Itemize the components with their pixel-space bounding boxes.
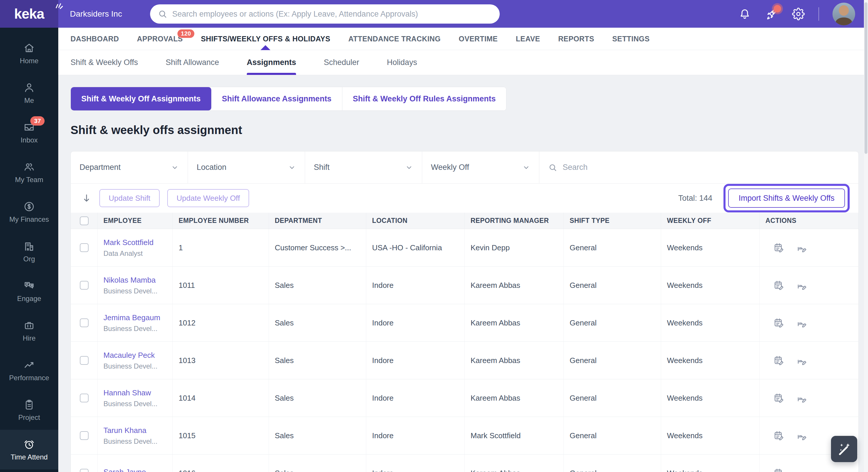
edit-weekly-off-icon[interactable]: [796, 279, 808, 291]
employee-role: Business Devel...: [103, 362, 157, 370]
employee-name-link[interactable]: Tarun Khana: [103, 426, 146, 435]
employee-name-link[interactable]: Nikolas Mamba: [103, 276, 156, 285]
global-search[interactable]: [150, 4, 500, 24]
sidebar-item-performance[interactable]: Performance: [0, 350, 58, 390]
row-checkbox[interactable]: [80, 469, 89, 472]
employee-name-link[interactable]: Macauley Peck: [103, 351, 155, 360]
whats-new-rocket-icon[interactable]: [765, 7, 778, 21]
import-shifts-button[interactable]: Import Shifts & Weekly Offs: [728, 189, 845, 208]
nav-tab-label: LEAVE: [516, 35, 540, 43]
row-checkbox[interactable]: [80, 356, 89, 365]
edit-shift-icon[interactable]: [773, 430, 785, 441]
edit-shift-icon[interactable]: [773, 354, 785, 366]
filter-dropdown-department[interactable]: Department: [71, 152, 188, 183]
cell-actions: [760, 342, 858, 379]
content: Shift & Weekly Off Assignments Shift All…: [58, 75, 868, 472]
row-checkbox[interactable]: [80, 318, 89, 327]
sub-tab-holidays[interactable]: Holidays: [387, 50, 417, 75]
cell-employee-number: 1013: [173, 342, 269, 379]
row-checkbox[interactable]: [80, 281, 89, 290]
select-all-checkbox[interactable]: [80, 217, 89, 225]
sub-tab-shift-weekly-offs[interactable]: Shift & Weekly Offs: [70, 50, 138, 75]
settings-gear-icon[interactable]: [792, 7, 805, 21]
cell-employee: Jemima Begaum Business Devel...: [98, 304, 173, 342]
nav-tab-shifts-weekly-offs-holidays[interactable]: SHIFTS/WEEKLY OFFS & HOLIDAYS: [201, 28, 330, 50]
edit-shift-icon[interactable]: [773, 392, 785, 404]
segment-shift-weekly-off-rules-assignments[interactable]: Shift & Weekly Off Rules Assignments: [342, 87, 506, 111]
topbar: keka Darksiders Inc: [0, 0, 868, 28]
edit-shift-icon[interactable]: [773, 242, 785, 253]
column-header: SHIFT TYPE: [564, 213, 661, 229]
cell-department: Customer Success >...: [269, 229, 366, 266]
sidebar-item-home[interactable]: Home: [0, 33, 58, 73]
sidebar-item-engage[interactable]: Engage: [0, 271, 58, 311]
sub-tab-assignments[interactable]: Assignments: [247, 50, 296, 75]
nav-tab-leave[interactable]: LEAVE: [516, 28, 540, 50]
table-search-input[interactable]: [563, 163, 850, 172]
sidebar-item-my-team[interactable]: My Team: [0, 152, 58, 192]
nav-tab-approvals[interactable]: APPROVALS 120: [137, 28, 183, 50]
filter-dropdown-weekly-off[interactable]: Weekly Off: [422, 152, 539, 183]
employee-role: Business Devel...: [103, 287, 157, 295]
company-name: Darksiders Inc: [70, 0, 122, 28]
update-weekly-off-button[interactable]: Update Weekly Off: [167, 189, 249, 207]
hire-icon: [23, 319, 35, 332]
edit-weekly-off-icon[interactable]: [796, 430, 808, 441]
nav-tab-overtime[interactable]: OVERTIME: [459, 28, 498, 50]
sidebar-item-org[interactable]: Org: [0, 232, 58, 271]
edit-shift-icon[interactable]: [773, 467, 785, 472]
edit-weekly-off-icon[interactable]: [796, 242, 808, 253]
nav-tab-settings[interactable]: SETTINGS: [612, 28, 649, 50]
filter-dropdown-shift[interactable]: Shift: [305, 152, 422, 183]
edit-shift-icon[interactable]: [773, 317, 785, 329]
cell-location: USA -HO - California: [366, 229, 465, 266]
sub-tab-scheduler[interactable]: Scheduler: [324, 50, 359, 75]
employee-role: Business Devel...: [103, 324, 157, 333]
cell-reporting-manager: Kareem Abbas: [465, 454, 564, 472]
segment-shift-allowance-assignments[interactable]: Shift Allowance Assignments: [212, 87, 342, 111]
cell-weekly-off: Weekends: [661, 454, 760, 472]
edit-weekly-off-icon[interactable]: [796, 467, 808, 472]
update-shift-button[interactable]: Update Shift: [99, 189, 160, 207]
nav-tab-attendance-tracking[interactable]: ATTENDANCE TRACKING: [348, 28, 441, 50]
row-checkbox[interactable]: [80, 431, 89, 440]
employee-name-link[interactable]: Jemima Begaum: [103, 313, 160, 322]
cell-location: Indore: [366, 342, 465, 379]
filter-dropdown-location[interactable]: Location: [188, 152, 305, 183]
sidebar-item-me[interactable]: Me: [0, 73, 58, 113]
filter-label: Location: [197, 163, 226, 172]
row-checkbox[interactable]: [80, 394, 89, 402]
sub-tab-shift-allowance[interactable]: Shift Allowance: [166, 50, 219, 75]
cell-location: Indore: [366, 304, 465, 342]
edit-weekly-off-icon[interactable]: [796, 317, 808, 329]
sidebar-item-my-finances[interactable]: My Finances: [0, 192, 58, 232]
cell-weekly-off: Weekends: [661, 266, 760, 304]
scrollbar-thumb[interactable]: [865, 2, 867, 154]
notifications-bell-icon[interactable]: [738, 7, 751, 21]
chevron-down-icon: [171, 163, 179, 171]
segment-shift-weekly-off-assignments[interactable]: Shift & Weekly Off Assignments: [71, 87, 212, 111]
nav-tab-dashboard[interactable]: DASHBOARD: [70, 28, 119, 50]
global-search-input[interactable]: [172, 10, 492, 19]
sidebar-item-inbox[interactable]: 37 Inbox: [0, 113, 58, 152]
sort-arrow-icon[interactable]: [81, 193, 92, 203]
employee-name-link[interactable]: Mark Scottfield: [103, 238, 154, 247]
keka-logo[interactable]: keka: [0, 0, 58, 28]
project-icon: [23, 399, 35, 411]
cell-actions: [760, 229, 858, 266]
edit-shift-icon[interactable]: [773, 279, 785, 291]
edit-weekly-off-icon[interactable]: [796, 392, 808, 404]
magic-wand-button[interactable]: [831, 436, 857, 462]
user-avatar[interactable]: [833, 3, 855, 25]
sidebar-item-time-attend[interactable]: Time Attend: [0, 430, 58, 469]
edit-weekly-off-icon[interactable]: [796, 354, 808, 366]
table-search[interactable]: [539, 152, 858, 183]
nav-tab-label: REPORTS: [558, 35, 594, 43]
sidebar-item-project[interactable]: Project: [0, 390, 58, 430]
nav-tab-reports[interactable]: REPORTS: [558, 28, 594, 50]
employee-name-link[interactable]: Hannah Shaw: [103, 388, 151, 398]
cell-department: Sales: [269, 379, 366, 417]
employee-name-link[interactable]: Sarah Jayne: [103, 468, 146, 472]
sidebar-item-hire[interactable]: Hire: [0, 311, 58, 350]
row-checkbox[interactable]: [80, 243, 89, 252]
